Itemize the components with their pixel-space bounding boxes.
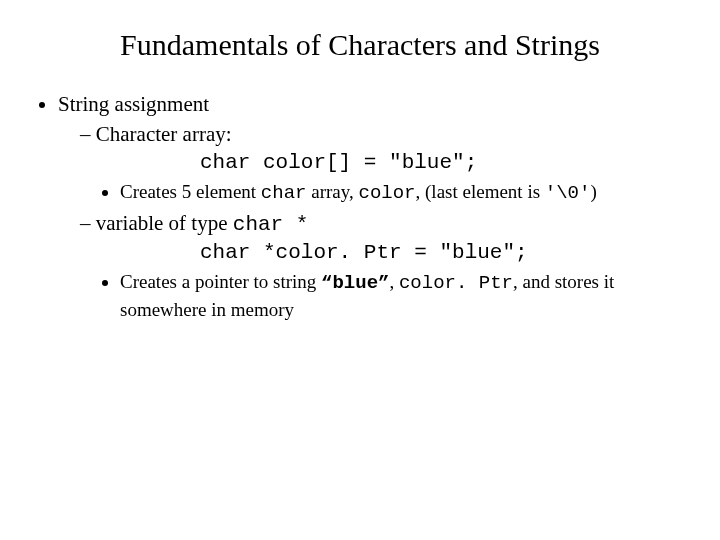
text: Creates 5 element [120, 181, 261, 202]
text: ) [590, 181, 596, 202]
inline-code: '\0' [545, 182, 591, 204]
list-item: variable of type char * char *color. Ptr… [80, 209, 690, 323]
bullet-list: String assignment Character array: char … [30, 90, 690, 323]
inline-code: char * [233, 213, 309, 236]
inline-code: color [359, 182, 416, 204]
sub-sub-list: Creates 5 element char array, color, (la… [80, 179, 690, 207]
code-line: char *color. Ptr = "blue"; [200, 239, 690, 267]
inline-code: “blue” [321, 272, 389, 294]
inline-code: color. Ptr [399, 272, 513, 294]
list-item: String assignment Character array: char … [58, 90, 690, 323]
text: Character array: [96, 122, 232, 146]
text: variable of type [96, 211, 233, 235]
sub-sub-list: Creates a pointer to string “blue”, colo… [80, 269, 690, 322]
inline-code: char [261, 182, 307, 204]
list-item: Creates a pointer to string “blue”, colo… [120, 269, 690, 322]
text: Creates a pointer to string [120, 271, 321, 292]
slide-title: Fundamentals of Characters and Strings [50, 28, 670, 62]
slide: Fundamentals of Characters and Strings S… [0, 0, 720, 323]
text: , (last element is [416, 181, 545, 202]
text: , [389, 271, 399, 292]
text: array, [306, 181, 358, 202]
sub-list: Character array: char color[] = "blue"; … [58, 120, 690, 322]
list-item: Character array: char color[] = "blue"; … [80, 120, 690, 206]
text: String assignment [58, 92, 209, 116]
code-line: char color[] = "blue"; [200, 149, 690, 177]
list-item: Creates 5 element char array, color, (la… [120, 179, 690, 207]
